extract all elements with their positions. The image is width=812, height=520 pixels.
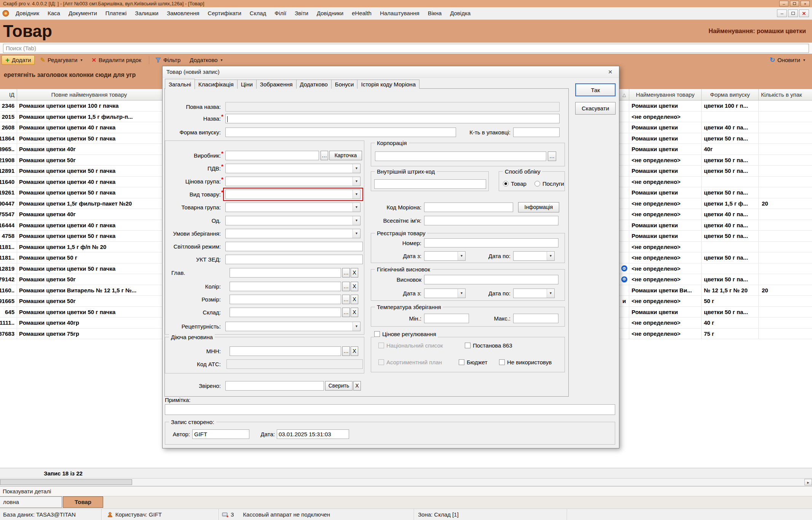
verify-button[interactable]: Сверить	[325, 381, 353, 391]
full-name-input[interactable]	[225, 102, 560, 112]
reg-date-to-combo[interactable]: ▾	[513, 251, 555, 261]
close-icon[interactable]: ×	[801, 1, 810, 6]
producer-input[interactable]	[225, 151, 319, 160]
not-used-checkbox[interactable]: Не використовув	[499, 359, 552, 365]
search-input[interactable]	[3, 44, 809, 53]
menu-item[interactable]: Довідка	[446, 7, 475, 19]
name-input[interactable]	[225, 114, 560, 123]
menu-item[interactable]: eHealth	[348, 7, 376, 19]
bottom-tab[interactable]: Товар	[63, 496, 103, 508]
dialog-tab[interactable]: Ціни	[237, 80, 257, 89]
delete-row-button[interactable]: ✕ Видалити рядок	[88, 55, 145, 65]
temp-max-input[interactable]	[513, 314, 558, 323]
size-input[interactable]	[230, 295, 341, 304]
warehouse-clear-button[interactable]: X	[351, 308, 358, 317]
menu-item[interactable]: Довідники	[313, 7, 348, 19]
close-icon[interactable]: ×	[605, 68, 615, 76]
prescription-combo[interactable]: ▾	[225, 322, 361, 331]
national-list-checkbox[interactable]: Національний список	[378, 342, 443, 349]
created-date-input[interactable]: 03.01.2025 15:31:03	[277, 429, 349, 439]
edit-button[interactable]: ✎ Редагувати ▾	[36, 55, 86, 65]
column-header-qty[interactable]: Кількість в упак	[759, 89, 812, 100]
price-regulation-checkbox[interactable]: Цінове регулювання	[374, 330, 438, 337]
dialog-tab[interactable]: Бонуси	[331, 80, 358, 89]
glav-input[interactable]	[230, 268, 341, 278]
warehouse-input[interactable]	[230, 308, 341, 317]
cancel-button[interactable]: Скасувати	[575, 102, 616, 115]
menu-item[interactable]: Налаштування	[376, 7, 424, 19]
menu-item[interactable]: Документи	[64, 7, 101, 19]
minimize-icon[interactable]: –	[779, 1, 788, 6]
product-group-combo[interactable]: ▾	[225, 203, 361, 212]
menu-item[interactable]: Залишки	[131, 7, 163, 19]
light-mode-input[interactable]	[225, 242, 363, 251]
corporation-input[interactable]	[375, 152, 546, 161]
column-header-name[interactable]: Найменування товару	[629, 89, 702, 100]
warehouse-lookup-button[interactable]: …	[342, 308, 350, 317]
reg-number-input[interactable]	[424, 238, 558, 247]
temp-min-input[interactable]	[424, 314, 469, 323]
vat-combo[interactable]: ▾	[225, 164, 361, 173]
mnn-clear-button[interactable]: X	[351, 346, 358, 356]
atc-input[interactable]	[227, 359, 363, 369]
menu-item[interactable]: Каса	[43, 7, 64, 19]
author-input[interactable]: GIFT	[192, 429, 249, 439]
menu-item[interactable]: Вікна	[424, 7, 446, 19]
scroll-right-icon[interactable]: ▸	[804, 479, 812, 485]
dialog-titlebar[interactable]: Товар (новий запис) ×	[163, 66, 619, 78]
menu-item[interactable]: Сертифікати	[204, 7, 246, 19]
morion-code-input[interactable]	[424, 203, 513, 212]
menu-item[interactable]: Довідник	[11, 7, 43, 19]
menu-item[interactable]: Філії	[270, 7, 290, 19]
refresh-button[interactable]: ↻ Оновити ▾	[766, 54, 809, 65]
product-kind-combo[interactable]: ▾	[225, 190, 361, 199]
account-product-radio[interactable]: Товар	[503, 180, 526, 187]
sort-asc-icon[interactable]: △	[619, 89, 629, 100]
account-services-radio[interactable]: Послуги	[534, 180, 564, 187]
price-group-combo[interactable]: ▾	[225, 177, 361, 186]
unit-combo[interactable]: ▾	[225, 216, 361, 225]
glav-clear-button[interactable]: X	[351, 268, 358, 278]
bottom-tab[interactable]: ловна	[0, 496, 62, 508]
producer-lookup-button[interactable]: …	[321, 151, 328, 160]
restore-icon[interactable]	[790, 1, 799, 6]
dialog-tab[interactable]: Класифікація	[195, 80, 238, 89]
add-button[interactable]: + Додати	[2, 55, 35, 65]
filter-button[interactable]: Фільтр	[152, 55, 184, 65]
glav-lookup-button[interactable]: …	[342, 268, 350, 278]
more-button[interactable]: Додатково ▾	[186, 55, 226, 65]
dialog-tab[interactable]: Зображення	[256, 80, 297, 89]
storage-combo[interactable]: ▾	[225, 229, 361, 238]
corporation-lookup-button[interactable]: …	[548, 152, 556, 161]
menu-item[interactable]: Замовлення	[163, 7, 203, 19]
hyg-date-from-combo[interactable]: ▾	[424, 289, 466, 298]
dialog-tab[interactable]: Загальні	[165, 79, 195, 89]
producer-card-button[interactable]: Карточка	[329, 151, 362, 160]
mdi-restore-icon[interactable]	[788, 10, 798, 17]
ok-button[interactable]: Так	[575, 83, 616, 96]
menu-item[interactable]: Звіти	[290, 7, 313, 19]
verified-clear-button[interactable]: X	[353, 381, 361, 391]
color-input[interactable]	[230, 282, 341, 291]
size-lookup-button[interactable]: …	[342, 295, 350, 304]
hyg-date-to-combo[interactable]: ▾	[513, 289, 555, 298]
show-details-toggle[interactable]: Показувати деталі	[0, 486, 812, 496]
info-button[interactable]: Інформація	[518, 202, 559, 212]
menu-item[interactable]: Платежі	[101, 7, 131, 19]
conclusion-input[interactable]	[424, 275, 558, 284]
mnn-lookup-button[interactable]: …	[342, 346, 350, 356]
verified-input[interactable]	[225, 381, 324, 391]
mdi-minimize-icon[interactable]: –	[777, 10, 787, 17]
dialog-tab[interactable]: Історія коду Моріона	[357, 80, 420, 89]
mdi-close-icon[interactable]: ✕	[799, 10, 809, 17]
note-input[interactable]	[165, 404, 615, 415]
barcode-input[interactable]	[374, 179, 486, 189]
budget-checkbox[interactable]: Бюджет	[459, 359, 487, 365]
ukt-zed-input[interactable]	[225, 255, 363, 264]
reg-date-from-combo[interactable]: ▾	[424, 251, 466, 261]
menu-item[interactable]: Склад	[246, 7, 270, 19]
dialog-tab[interactable]: Додатково	[296, 80, 332, 89]
assortment-plan-checkbox[interactable]: Асортиментний план	[378, 359, 442, 365]
decree-863-checkbox[interactable]: Постанова 863	[465, 342, 512, 349]
column-header-form[interactable]: Форма випуску	[702, 89, 759, 100]
